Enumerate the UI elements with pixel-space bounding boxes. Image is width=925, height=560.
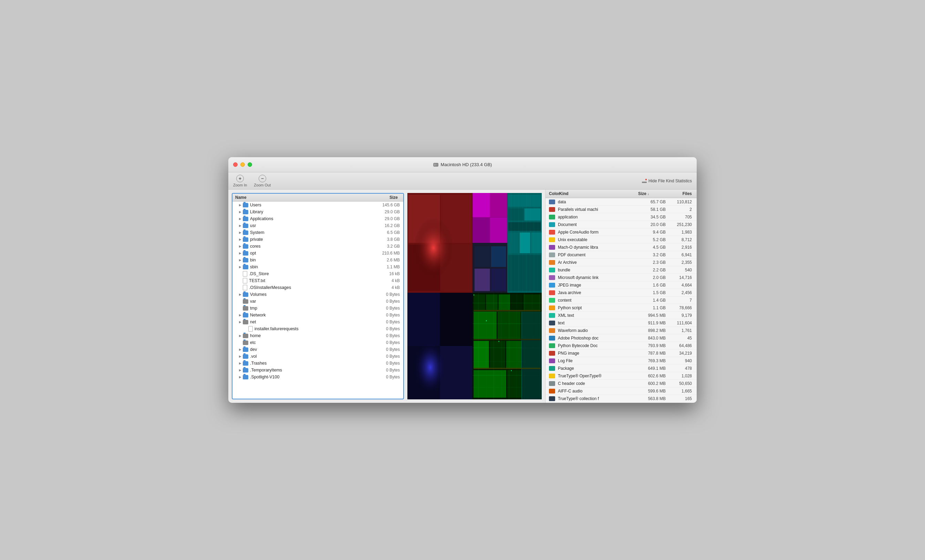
tree-row[interactable]: ▶ cores 3.2 GB — [232, 243, 403, 250]
hide-stats-button[interactable]: Hide File Kind Statistics — [642, 178, 692, 184]
tree-row[interactable]: etc 0 Bytes — [232, 339, 403, 346]
stats-files: 45 — [666, 336, 693, 341]
stats-row[interactable]: TrueType® OpenType® 602.6 MB 1,028 — [545, 372, 697, 380]
stats-row[interactable]: Document 20.0 GB 251,230 — [545, 221, 697, 228]
folder-icon — [243, 306, 248, 311]
stats-files: 64,486 — [666, 343, 693, 348]
tree-row[interactable]: ▶ .TemporaryItems 0 Bytes — [232, 367, 403, 374]
close-button[interactable] — [233, 162, 238, 167]
treemap-panel — [407, 193, 542, 399]
file-tree-panel[interactable]: Name Size ▶ Users 145.6 GB ▶ Library 29.… — [232, 193, 404, 399]
tree-row[interactable]: ▶ usr 16.2 GB — [232, 222, 403, 229]
zoom-out-button[interactable]: − Zoom Out — [254, 175, 271, 187]
stats-row[interactable]: Apple CoreAudio form 9.4 GB 1,983 — [545, 228, 697, 236]
tree-row[interactable]: ▶ System 6.5 GB — [232, 229, 403, 236]
tree-row[interactable]: tmp 0 Bytes — [232, 305, 403, 312]
stats-size: 563.8 MB — [638, 396, 666, 401]
svg-rect-36 — [491, 246, 506, 267]
stats-row[interactable]: PDF document 3.2 GB 6,941 — [545, 251, 697, 259]
stats-files: 2,456 — [666, 290, 693, 295]
svg-rect-77 — [522, 312, 542, 399]
stats-row[interactable]: XML text 994.5 MB 9,179 — [545, 312, 697, 319]
zoom-in-button[interactable]: + Zoom In — [233, 175, 247, 187]
stats-files: 4,664 — [666, 283, 693, 288]
stats-size: 1.5 GB — [638, 290, 666, 295]
stats-row[interactable]: PNG image 787.8 MB 34,219 — [545, 350, 697, 357]
svg-rect-51 — [473, 312, 497, 339]
stats-row[interactable]: Log File 769.3 MB 940 — [545, 357, 697, 365]
stats-row[interactable]: Python script 1.1 GB 78,666 — [545, 304, 697, 312]
stats-row[interactable]: TrueType® collection f 563.8 MB 165 — [545, 395, 697, 402]
folder-icon — [243, 224, 248, 228]
tree-indent: ▶ — [232, 210, 250, 214]
chevron-icon: ▶ — [238, 293, 242, 297]
stats-row[interactable]: Adobe Photoshop doc 843.0 MB 45 — [545, 334, 697, 342]
stats-files: 2,355 — [666, 260, 693, 265]
stats-row[interactable]: Waveform audio 898.2 MB 1,761 — [545, 327, 697, 334]
tree-row-size: 29.0 GB — [372, 209, 403, 214]
tree-row-size: 2.6 MB — [372, 258, 403, 263]
stats-row[interactable]: text 911.9 MB 111,604 — [545, 319, 697, 327]
tree-row[interactable]: ▶ Volumes 0 Bytes — [232, 291, 403, 298]
tree-row-name: sbin — [250, 264, 372, 269]
tree-row[interactable]: ▶ .Spotlight-V100 0 Bytes — [232, 374, 403, 380]
tree-row[interactable]: ▶ Network 0 Bytes — [232, 312, 403, 318]
stats-row[interactable]: Java archive 1.5 GB 2,456 — [545, 289, 697, 297]
tree-row[interactable]: ▶ Users 145.6 GB — [232, 201, 403, 209]
stats-row[interactable]: Mach-O dynamic libra 4.5 GB 2,916 — [545, 243, 697, 251]
stats-row[interactable]: AIFF-C audio 599.6 MB 1,665 — [545, 387, 697, 395]
stats-kind: Log File — [558, 359, 638, 363]
tree-row-name: private — [250, 237, 372, 242]
svg-point-2 — [436, 164, 438, 165]
chevron-icon: ▶ — [238, 237, 242, 242]
folder-icon — [243, 313, 248, 317]
stats-row[interactable]: content 1.4 GB 7 — [545, 297, 697, 304]
stats-size: 9.4 GB — [638, 230, 666, 234]
svg-rect-22 — [508, 233, 519, 253]
stats-row[interactable]: Microsoft dynamic link 2.0 GB 14,716 — [545, 274, 697, 281]
stats-files: 50,650 — [666, 381, 693, 386]
file-tree-header: Name Size — [232, 194, 403, 201]
stats-row[interactable]: Unix executable 5.2 GB 8,712 — [545, 236, 697, 243]
stats-row[interactable]: Package 649.1 MB 478 — [545, 365, 697, 372]
tree-row[interactable]: ▶ sbin 1.1 MB — [232, 263, 403, 270]
svg-rect-11 — [407, 193, 473, 293]
tree-indent: ▶ — [232, 224, 250, 228]
tree-row[interactable]: var 0 Bytes — [232, 298, 403, 305]
tree-row[interactable]: .DS_Store 16 kB — [232, 270, 403, 277]
tree-row[interactable]: ▶ home 0 Bytes — [232, 332, 403, 339]
minimize-button[interactable] — [240, 162, 245, 167]
tree-row[interactable]: ▶ opt 210.6 MB — [232, 250, 403, 257]
tree-row[interactable]: ▶ dev 0 Bytes — [232, 346, 403, 353]
tree-row[interactable]: ▶ Library 29.0 GB — [232, 209, 403, 215]
tree-row[interactable]: ▶ net 0 Bytes — [232, 318, 403, 326]
tree-row[interactable]: ▶ private 3.8 GB — [232, 236, 403, 243]
tree-indent: ▶ — [232, 258, 250, 263]
stats-files: 478 — [666, 366, 693, 371]
color-swatch — [549, 260, 555, 265]
tree-row[interactable]: installer.failurerequests 0 Bytes — [232, 326, 403, 332]
tree-row[interactable]: ▶ bin 2.6 MB — [232, 257, 403, 263]
stats-size: 4.5 GB — [638, 245, 666, 250]
stats-row[interactable]: data 65.7 GB 110,812 — [545, 198, 697, 206]
chevron-icon: ▶ — [238, 313, 242, 317]
stats-row[interactable]: C header code 600.2 MB 50,650 — [545, 380, 697, 387]
maximize-button[interactable] — [248, 162, 252, 167]
tree-row[interactable]: ▶ .vol 0 Bytes — [232, 353, 403, 360]
stats-row[interactable]: Ar Archive 2.3 GB 2,355 — [545, 259, 697, 266]
stats-row[interactable]: Parallels virtual machi 58.1 GB 2 — [545, 206, 697, 213]
svg-rect-14 — [490, 193, 507, 217]
stats-files: 1,983 — [666, 230, 693, 234]
tree-row[interactable]: TEST.txt 4 kB — [232, 277, 403, 284]
stats-row[interactable]: application 34.5 GB 705 — [545, 213, 697, 221]
tree-row-size: 1.1 MB — [372, 264, 403, 269]
stats-row[interactable]: Python Bytecode Doc 793.9 MB 64,486 — [545, 342, 697, 350]
tree-row[interactable]: ▶ Applications 29.0 GB — [232, 215, 403, 222]
folder-icon — [243, 244, 248, 249]
stats-row[interactable]: HTML text 553.0 MB 16,297 — [545, 402, 697, 403]
stats-row[interactable]: bundle 2.2 GB 540 — [545, 266, 697, 274]
tree-row[interactable]: .OSInstallerMessages 4 kB — [232, 284, 403, 291]
color-swatch — [549, 321, 555, 326]
stats-row[interactable]: JPEG image 1.6 GB 4,664 — [545, 281, 697, 289]
tree-row[interactable]: ▶ .Trashes 0 Bytes — [232, 360, 403, 367]
